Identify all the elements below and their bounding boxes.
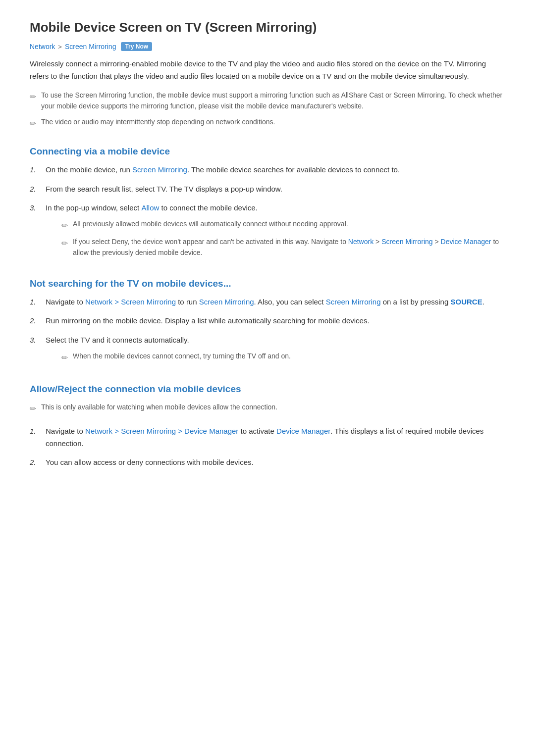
section3-item-1: Navigate to Network > Screen Mirroring >… [30,425,505,450]
section1-item-3-content: In the pop-up window, select Allow to co… [46,202,505,262]
subnote-text-2: If you select Deny, the device won't app… [73,236,505,258]
s2i1-text-before: Navigate to [46,298,85,306]
section1-list: On the mobile device, run Screen Mirrori… [30,164,505,262]
note-text-2: The video or audio may intermittently st… [41,116,275,127]
note-text-1: To use the Screen Mirroring function, th… [41,90,505,112]
note-item-1: ✏ To use the Screen Mirroring function, … [30,90,505,112]
section1-item-3-text-after: to connect the mobile device. [159,203,257,212]
section2-item-3-content: Select the TV and it connects automatica… [46,334,291,368]
s2i1-link-sm[interactable]: Screen Mirroring [199,298,254,306]
note-icon-s3: ✏ [30,403,36,415]
s2i1-link-sm2[interactable]: Screen Mirroring [326,298,381,306]
section2-title: Not searching for the TV on mobile devic… [30,278,505,289]
section1-subnote-2: ✏ If you select Deny, the device won't a… [61,236,505,258]
s2i2-text: Run mirroring on the mobile device. Disp… [46,316,370,325]
subnote-link-screen-mirroring[interactable]: Screen Mirroring [381,238,432,246]
s2i3-text: Select the TV and it connects automatica… [46,336,189,344]
section1-item-1-text-before: On the mobile device, run [46,165,132,174]
s2i1-period: . [482,298,484,306]
s3i1-link-full[interactable]: Network > Screen Mirroring > Device Mana… [85,427,238,435]
section1-item-1-link[interactable]: Screen Mirroring [132,165,187,174]
section2-subnote-1: ✏ When the mobile devices cannot connect… [61,351,291,364]
note-text-s3: This is only available for watching when… [41,402,277,412]
section1-item-3-subnotes: ✏ All previously allowed mobile devices … [61,218,505,258]
breadcrumb-screen-mirroring[interactable]: Screen Mirroring [65,43,116,50]
section1-title: Connecting via a mobile device [30,146,505,157]
s3i2-text: You can allow access or deny connections… [46,458,254,466]
try-now-badge[interactable]: Try Now [121,42,152,51]
note-item-2: ✏ The video or audio may intermittently … [30,116,505,130]
subnote-link-network[interactable]: Network [348,238,374,246]
section2-item-2: Run mirroring on the mobile device. Disp… [30,315,505,327]
subnote-icon-1: ✏ [61,219,68,232]
note-icon-2: ✏ [30,117,36,130]
subnote-icon-s2: ✏ [61,352,68,364]
section1-item-1-content: On the mobile device, run Screen Mirrori… [46,164,400,176]
section1-item-2-text: From the search result list, select TV. … [46,185,282,193]
section1-item-1-text-after: . The mobile device searches for availab… [187,165,400,174]
section1-item-3-link-allow[interactable]: Allow [141,203,159,212]
subnote-text-s2: When the mobile devices cannot connect, … [73,351,291,361]
s2i1-link-network-sm[interactable]: Network > Screen Mirroring [85,298,176,306]
page-title: Mobile Device Screen on TV (Screen Mirro… [30,20,505,35]
breadcrumb-sep1: > [58,43,62,50]
s2i1-text-mid: to run [176,298,199,306]
section2-item-2-content: Run mirroring on the mobile device. Disp… [46,315,370,327]
s3i1-link-dm[interactable]: Device Manager [276,427,330,435]
note-icon-1: ✏ [30,91,36,103]
section3-intro-notes: ✏ This is only available for watching wh… [30,402,505,415]
section1-item-3-text-before: In the pop-up window, select [46,203,141,212]
section2-item-3: Select the TV and it connects automatica… [30,334,505,368]
section2-item-1-content: Navigate to Network > Screen Mirroring t… [46,296,484,308]
section3-item-1-content: Navigate to Network > Screen Mirroring >… [46,425,505,450]
section2-list: Navigate to Network > Screen Mirroring t… [30,296,505,368]
section3-list: Navigate to Network > Screen Mirroring >… [30,425,505,469]
section3-item-2-content: You can allow access or deny connections… [46,456,254,469]
intro-text: Wirelessly connect a mirroring-enabled m… [30,58,505,83]
breadcrumb-network[interactable]: Network [30,43,55,50]
section1-item-2-content: From the search result list, select TV. … [46,183,282,196]
section3-title: Allow/Reject the connection via mobile d… [30,384,505,395]
section2-item-3-subnotes: ✏ When the mobile devices cannot connect… [61,351,291,364]
section3-item-2: You can allow access or deny connections… [30,456,505,469]
s2i1-text-after: . Also, you can select [254,298,326,306]
section3-intro-note-1: ✏ This is only available for watching wh… [30,402,505,415]
note-list: ✏ To use the Screen Mirroring function, … [30,90,505,130]
section1-item-3: In the pop-up window, select Allow to co… [30,202,505,262]
s2i1-link-source[interactable]: SOURCE [450,298,482,306]
section1-item-2: From the search result list, select TV. … [30,183,505,196]
section2-item-1: Navigate to Network > Screen Mirroring t… [30,296,505,308]
subnote-text-1: All previously allowed mobile devices wi… [73,218,348,229]
subnote-icon-2: ✏ [61,237,68,250]
subnote-link-device-manager[interactable]: Device Manager [441,238,491,246]
s3i1-text-after: to activate [238,427,276,435]
breadcrumb: Network > Screen Mirroring Try Now [30,42,505,51]
section1-item-1: On the mobile device, run Screen Mirrori… [30,164,505,176]
section1-subnote-1: ✏ All previously allowed mobile devices … [61,218,505,232]
s3i1-text-before: Navigate to [46,427,85,435]
s2i1-text-end: on a list by pressing [381,298,451,306]
